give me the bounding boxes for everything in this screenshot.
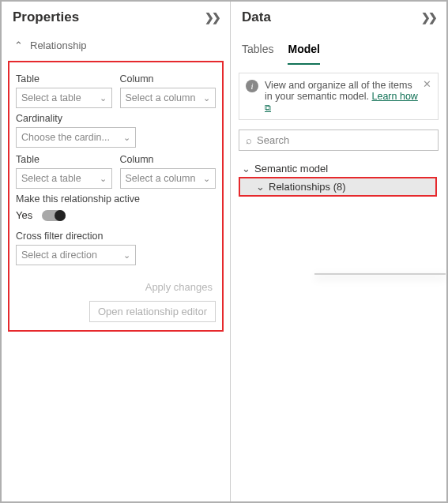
- collapse-data-icon[interactable]: ❯❯: [421, 11, 435, 24]
- relationship-section-header[interactable]: ⌃ Relationship: [2, 33, 230, 58]
- cardinality-placeholder: Choose the cardin...: [21, 132, 110, 143]
- table-select-1[interactable]: Select a table ⌄: [16, 88, 112, 108]
- caret-down-icon: ⌄: [254, 181, 265, 193]
- chevron-down-icon: ⌄: [100, 93, 107, 103]
- column-select-1[interactable]: Select a column ⌄: [120, 88, 216, 108]
- cardinality-select[interactable]: Choose the cardin... ⌄: [16, 127, 136, 148]
- chevron-up-icon: ⌃: [13, 39, 24, 51]
- data-title: Data: [242, 9, 271, 25]
- chevron-down-icon: ⌄: [123, 250, 130, 261]
- cardinality-label: Cardinality: [16, 113, 216, 124]
- table-select-1-placeholder: Select a table: [21, 92, 81, 103]
- tab-model[interactable]: Model: [288, 36, 319, 65]
- info-banner: i View and organize all of the items in …: [239, 73, 439, 120]
- search-icon: ⌕: [246, 134, 252, 146]
- open-relationship-editor-button[interactable]: Open relationship editor: [89, 301, 216, 322]
- cross-filter-select[interactable]: Select a direction ⌄: [16, 245, 136, 265]
- table-label-1: Table: [16, 73, 112, 84]
- apply-changes-button[interactable]: Apply changes: [142, 280, 216, 295]
- properties-title: Properties: [13, 9, 79, 25]
- chevron-down-icon: ⌄: [203, 93, 210, 103]
- data-tabs: Tables Model: [231, 33, 446, 65]
- column-select-2[interactable]: Select a column ⌄: [120, 168, 216, 189]
- tree-root[interactable]: ⌄ Semantic model: [239, 160, 442, 177]
- tab-tables[interactable]: Tables: [242, 36, 273, 65]
- column-label-1: Column: [120, 73, 216, 84]
- table-select-2[interactable]: Select a table ⌄: [16, 168, 112, 189]
- cross-filter-placeholder: Select a direction: [21, 250, 97, 261]
- active-label: Make this relationship active: [16, 193, 216, 205]
- table-label-2: Table: [16, 154, 112, 165]
- active-toggle[interactable]: [42, 210, 66, 221]
- tree-relationships-label: Relationships (8): [269, 181, 346, 193]
- table-select-2-placeholder: Select a table: [21, 173, 81, 184]
- search-placeholder: Search: [257, 134, 289, 146]
- active-value: Yes: [16, 209, 32, 221]
- caret-down-icon: ⌄: [240, 163, 251, 175]
- external-link-icon: ⧉: [265, 103, 271, 112]
- relationships-context-menu: [314, 273, 446, 275]
- search-input[interactable]: ⌕ Search: [239, 130, 439, 151]
- tree-relationships[interactable]: ⌄ Relationships (8): [240, 178, 435, 195]
- properties-header: Properties ❯❯: [2, 2, 230, 33]
- column-label-2: Column: [120, 154, 216, 165]
- chevron-down-icon: ⌄: [203, 174, 210, 184]
- data-header: Data ❯❯: [231, 2, 446, 33]
- relationship-section-title: Relationship: [30, 39, 87, 51]
- info-icon: i: [246, 80, 258, 92]
- column-select-1-placeholder: Select a column: [126, 92, 196, 103]
- chevron-down-icon: ⌄: [123, 133, 130, 143]
- close-info-icon[interactable]: ✕: [423, 78, 431, 90]
- chevron-down-icon: ⌄: [100, 174, 107, 184]
- cross-filter-label: Cross filter direction: [16, 231, 216, 242]
- model-tree: ⌄ Semantic model ⌄ Relationships (8): [231, 157, 446, 197]
- data-panel: Data ❯❯ Tables Model i View and organize…: [231, 2, 446, 501]
- tree-root-label: Semantic model: [254, 163, 328, 175]
- column-select-2-placeholder: Select a column: [126, 173, 196, 184]
- collapse-properties-icon[interactable]: ❯❯: [205, 11, 219, 24]
- relationship-form-highlight: Table Select a table ⌄ Column Select a c…: [8, 61, 224, 332]
- properties-panel: Properties ❯❯ ⌃ Relationship Table Selec…: [2, 2, 231, 501]
